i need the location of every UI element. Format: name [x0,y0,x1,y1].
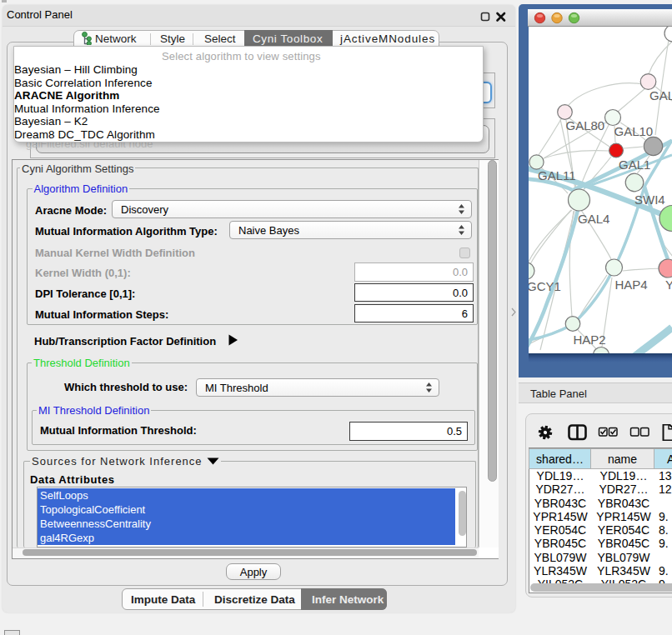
svg-text:GAL10: GAL10 [614,124,654,138]
svg-text:GAL2: GAL2 [649,88,672,102]
svg-text:GCY1: GCY1 [529,279,561,293]
svg-text:SWI4: SWI4 [634,192,665,207]
svg-text:GAL1: GAL1 [619,158,650,172]
svg-text:HAP2: HAP2 [574,332,606,347]
svg-text:GAL4: GAL4 [578,212,609,226]
svg-text:HAP4: HAP4 [615,278,648,292]
svg-text:YD: YD [665,278,672,292]
svg-text:GAL11: GAL11 [538,168,576,182]
svg-text:GAL80: GAL80 [566,118,605,132]
